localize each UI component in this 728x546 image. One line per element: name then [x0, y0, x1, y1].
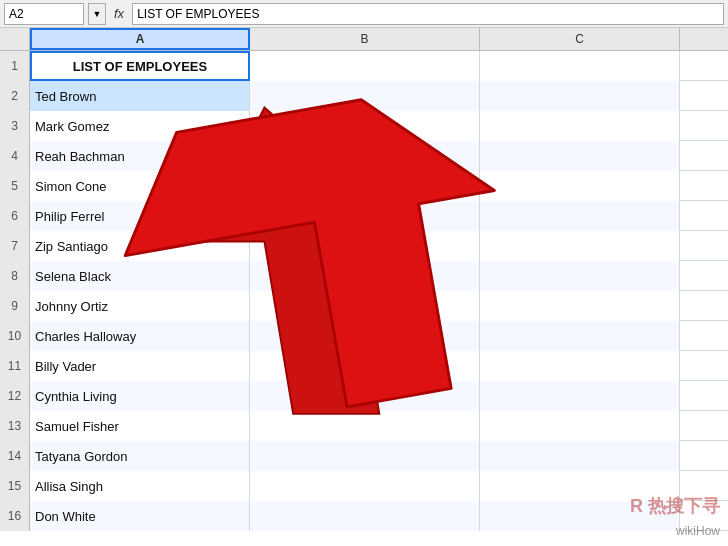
row-number: 8 [0, 261, 30, 291]
cell-5-c[interactable] [480, 171, 680, 201]
cell-15-b[interactable] [250, 471, 480, 501]
cell-6-b[interactable] [250, 201, 480, 231]
row-number: 12 [0, 381, 30, 411]
table-row[interactable]: 1LIST OF EMPLOYEES [0, 51, 728, 81]
table-row[interactable]: 10Charles Halloway [0, 321, 728, 351]
col-header-c[interactable]: C [480, 28, 680, 50]
row-number: 9 [0, 291, 30, 321]
table-row[interactable]: 5Simon Cone [0, 171, 728, 201]
cell-4-b[interactable] [250, 141, 480, 171]
cell-2-b[interactable] [250, 81, 480, 111]
row-num-header-corner [0, 28, 30, 50]
table-row[interactable]: 8Selena Black [0, 261, 728, 291]
row-number: 11 [0, 351, 30, 381]
cell-12-b[interactable] [250, 381, 480, 411]
row-number: 16 [0, 501, 30, 531]
cell-5-b[interactable] [250, 171, 480, 201]
cell-ref-dropdown[interactable]: ▼ [88, 3, 106, 25]
cell-10-b[interactable] [250, 321, 480, 351]
table-row[interactable]: 13Samuel Fisher [0, 411, 728, 441]
cell-9-b[interactable] [250, 291, 480, 321]
row-number: 14 [0, 441, 30, 471]
cell-1-a[interactable]: LIST OF EMPLOYEES [30, 51, 250, 81]
cell-14-a[interactable]: Tatyana Gordon [30, 441, 250, 471]
formula-value: LIST OF EMPLOYEES [137, 7, 259, 21]
cell-4-c[interactable] [480, 141, 680, 171]
table-row[interactable]: 4Reah Bachman [0, 141, 728, 171]
row-number: 10 [0, 321, 30, 351]
table-row[interactable]: 14Tatyana Gordon [0, 441, 728, 471]
cell-7-a[interactable]: Zip Santiago [30, 231, 250, 261]
cell-9-c[interactable] [480, 291, 680, 321]
cell-9-a[interactable]: Johnny Ortiz [30, 291, 250, 321]
cell-15-c[interactable] [480, 471, 680, 501]
table-row[interactable]: 12Cynthia Living [0, 381, 728, 411]
cell-14-c[interactable] [480, 441, 680, 471]
cell-11-a[interactable]: Billy Vader [30, 351, 250, 381]
cell-4-a[interactable]: Reah Bachman [30, 141, 250, 171]
cell-8-b[interactable] [250, 261, 480, 291]
table-row[interactable]: 9Johnny Ortiz [0, 291, 728, 321]
cell-6-c[interactable] [480, 201, 680, 231]
cell-13-a[interactable]: Samuel Fisher [30, 411, 250, 441]
cell-16-b[interactable] [250, 501, 480, 531]
formula-bar: A2 ▼ fx LIST OF EMPLOYEES [0, 0, 728, 28]
cell-8-a[interactable]: Selena Black [30, 261, 250, 291]
table-row[interactable]: 16Don White [0, 501, 728, 531]
cell-10-a[interactable]: Charles Halloway [30, 321, 250, 351]
row-number: 2 [0, 81, 30, 111]
cell-7-c[interactable] [480, 231, 680, 261]
cell-3-a[interactable]: Mark Gomez [30, 111, 250, 141]
cell-reference-box[interactable]: A2 [4, 3, 84, 25]
cell-3-c[interactable] [480, 111, 680, 141]
cell-16-a[interactable]: Don White [30, 501, 250, 531]
cell-1-c[interactable] [480, 51, 680, 81]
row-number: 1 [0, 51, 30, 81]
column-headers: A B C [0, 28, 728, 51]
cell-2-a[interactable]: Ted Brown [30, 81, 250, 111]
row-number: 4 [0, 141, 30, 171]
row-number: 3 [0, 111, 30, 141]
table-row[interactable]: 6Philip Ferrel [0, 201, 728, 231]
table-row[interactable]: 3Mark Gomez [0, 111, 728, 141]
cell-ref-text: A2 [9, 7, 24, 21]
cell-5-a[interactable]: Simon Cone [30, 171, 250, 201]
cell-2-c[interactable] [480, 81, 680, 111]
row-number: 13 [0, 411, 30, 441]
row-number: 15 [0, 471, 30, 501]
cell-12-c[interactable] [480, 381, 680, 411]
table-row[interactable]: 7Zip Santiago [0, 231, 728, 261]
table-row[interactable]: 15Allisa Singh [0, 471, 728, 501]
cell-13-b[interactable] [250, 411, 480, 441]
cell-3-b[interactable] [250, 111, 480, 141]
col-header-a[interactable]: A [30, 28, 250, 50]
col-header-b[interactable]: B [250, 28, 480, 50]
cell-6-a[interactable]: Philip Ferrel [30, 201, 250, 231]
cell-11-b[interactable] [250, 351, 480, 381]
cell-8-c[interactable] [480, 261, 680, 291]
table-row[interactable]: 2Ted Brown [0, 81, 728, 111]
grid-body: 1LIST OF EMPLOYEES2Ted Brown3Mark Gomez4… [0, 51, 728, 546]
cell-11-c[interactable] [480, 351, 680, 381]
fx-label: fx [110, 6, 128, 21]
cell-1-b[interactable] [250, 51, 480, 81]
cell-10-c[interactable] [480, 321, 680, 351]
spreadsheet: A B C 1LIST OF EMPLOYEES2Ted Brown3Mark … [0, 28, 728, 546]
row-number: 7 [0, 231, 30, 261]
cell-15-a[interactable]: Allisa Singh [30, 471, 250, 501]
row-number: 5 [0, 171, 30, 201]
cell-7-b[interactable] [250, 231, 480, 261]
cell-14-b[interactable] [250, 441, 480, 471]
cell-12-a[interactable]: Cynthia Living [30, 381, 250, 411]
cell-13-c[interactable] [480, 411, 680, 441]
row-number: 6 [0, 201, 30, 231]
formula-input[interactable]: LIST OF EMPLOYEES [132, 3, 724, 25]
cell-16-c[interactable] [480, 501, 680, 531]
table-row[interactable]: 11Billy Vader [0, 351, 728, 381]
